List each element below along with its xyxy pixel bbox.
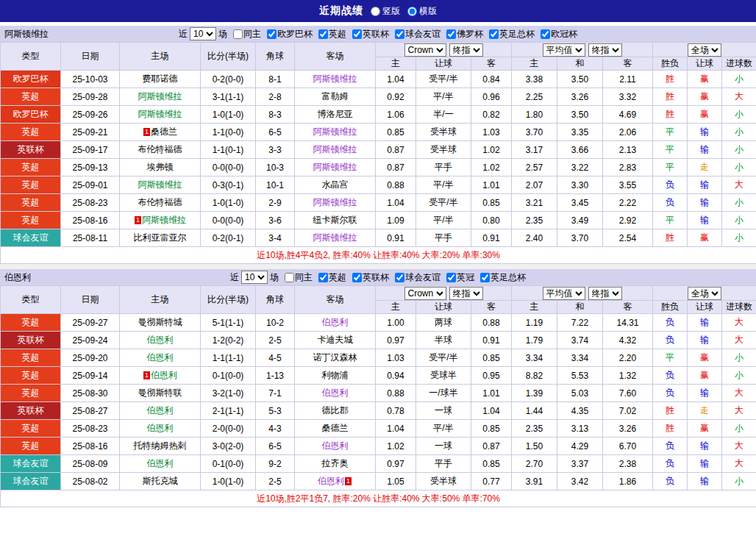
scope-select[interactable]: 全场 (688, 287, 721, 300)
away-team[interactable]: 富勒姆 (322, 91, 349, 101)
league-filter[interactable]: 英联杯 (352, 271, 389, 284)
score-cell[interactable]: 2-0(0-0) (201, 420, 256, 438)
score-cell[interactable]: 1-0(1-0) (201, 106, 256, 124)
away-team[interactable]: 阿斯顿维拉 (313, 197, 357, 207)
score-cell[interactable]: 0-3(0-1) (201, 176, 256, 194)
away-team[interactable]: 阿斯顿维拉 (313, 232, 357, 243)
same-home-checkbox[interactable] (285, 273, 294, 282)
league-checkbox[interactable] (352, 273, 362, 282)
horizontal-layout-radio[interactable] (407, 7, 417, 16)
league-filter[interactable]: 英足总杯 (489, 28, 535, 40)
league-checkbox[interactable] (352, 29, 362, 39)
away-team[interactable]: 阿斯顿维拉 (313, 162, 357, 172)
asia-company-select[interactable]: Crown (404, 287, 446, 300)
away-team[interactable]: 阿斯顿维拉 (313, 126, 357, 137)
league-filter[interactable]: 英超 (318, 271, 346, 284)
score-cell[interactable]: 2-1(1-1) (201, 402, 256, 420)
home-team[interactable]: 埃弗顿 (147, 162, 174, 172)
score-cell[interactable]: 0-2(0-0) (201, 71, 256, 88)
league-checkbox[interactable] (446, 273, 456, 282)
league-checkbox[interactable] (395, 29, 404, 39)
view-option-vertical[interactable]: 竖版 (371, 5, 400, 18)
league-filter[interactable]: 英超 (318, 28, 346, 40)
recent-count-select[interactable]: 10 (190, 27, 216, 40)
score-cell[interactable]: 0-0(0-0) (201, 212, 256, 229)
away-team[interactable]: 水晶宫 (322, 179, 349, 190)
league-filter[interactable]: 佛罗杯 (446, 28, 483, 40)
score-cell[interactable]: 0-2(0-1) (201, 229, 256, 247)
home-team[interactable]: 斯托克城 (143, 476, 178, 486)
home-team[interactable]: 布伦特福德 (138, 197, 182, 207)
home-team[interactable]: 桑德兰 (151, 126, 177, 137)
league-filter[interactable]: 英足总杯 (480, 271, 526, 284)
home-team[interactable]: 伯恩利 (151, 370, 177, 380)
away-team[interactable]: 诺丁汉森林 (313, 352, 357, 363)
league-filter[interactable]: 英冠 (446, 271, 474, 284)
home-team[interactable]: 阿斯顿维拉 (138, 91, 182, 101)
league-checkbox[interactable] (489, 29, 499, 39)
score-cell[interactable]: 1-1(0-1) (201, 141, 256, 159)
league-checkbox[interactable] (395, 273, 404, 282)
league-checkbox[interactable] (267, 29, 277, 39)
league-filter[interactable]: 欧冠杯 (541, 28, 577, 40)
home-team[interactable]: 伯恩利 (147, 405, 174, 415)
league-filter[interactable]: 球会友谊 (395, 28, 441, 40)
score-cell[interactable]: 3-2(1-0) (201, 385, 256, 402)
league-checkbox[interactable] (446, 29, 456, 39)
same-home-checkbox[interactable] (233, 29, 243, 39)
away-team[interactable]: 桑德兰 (322, 423, 349, 433)
away-team[interactable]: 利物浦 (322, 370, 349, 380)
euro-company-select[interactable]: 平均值 (543, 43, 585, 57)
asia-index-select[interactable]: 终指 (449, 43, 483, 57)
away-team[interactable]: 纽卡斯尔联 (313, 215, 357, 225)
same-home-filter[interactable]: 同主 (233, 28, 261, 40)
score-cell[interactable]: 1-0(1-0) (201, 473, 256, 490)
asia-company-select[interactable]: Crown (404, 43, 446, 57)
score-cell[interactable]: 1-1(1-1) (201, 349, 256, 367)
league-checkbox[interactable] (541, 29, 550, 39)
home-team[interactable]: 曼彻斯特城 (138, 317, 182, 327)
score-cell[interactable]: 0-1(0-0) (201, 367, 256, 385)
league-filter[interactable]: 欧罗巴杯 (267, 28, 313, 40)
euro-index-select[interactable]: 终指 (588, 43, 622, 57)
score-cell[interactable]: 1-1(0-0) (201, 124, 256, 141)
league-checkbox[interactable] (480, 273, 490, 282)
away-team[interactable]: 拉齐奥 (322, 458, 349, 468)
away-team[interactable]: 伯恩利 (322, 388, 349, 398)
home-team[interactable]: 阿斯顿维拉 (138, 179, 182, 190)
euro-index-select[interactable]: 终指 (588, 287, 622, 300)
asia-index-select[interactable]: 终指 (449, 287, 483, 300)
score-cell[interactable]: 0-1(0-0) (201, 455, 256, 473)
home-team[interactable]: 伯恩利 (147, 423, 174, 433)
home-team[interactable]: 比利亚雷亚尔 (134, 232, 187, 243)
score-cell[interactable]: 3-1(1-1) (201, 88, 256, 106)
score-cell[interactable]: 0-0(0-0) (201, 159, 256, 176)
score-cell[interactable]: 5-1(1-1) (201, 314, 256, 332)
away-team[interactable]: 博洛尼亚 (318, 109, 353, 119)
home-team[interactable]: 阿斯顿维拉 (142, 215, 186, 225)
away-team[interactable]: 卡迪夫城 (318, 335, 353, 345)
league-filter[interactable]: 球会友谊 (395, 271, 441, 284)
same-home-filter[interactable]: 同主 (285, 271, 313, 284)
scope-select[interactable]: 全场 (688, 43, 721, 57)
away-team[interactable]: 伯恩利 (318, 476, 344, 486)
league-checkbox[interactable] (318, 29, 328, 39)
vertical-layout-radio[interactable] (371, 7, 380, 16)
team-name[interactable]: 伯恩利 (4, 271, 31, 284)
home-team[interactable]: 伯恩利 (147, 335, 174, 345)
view-option-horizontal[interactable]: 横版 (407, 5, 437, 18)
away-team[interactable]: 阿斯顿维拉 (313, 144, 357, 154)
recent-count-select[interactable]: 10 (241, 271, 268, 284)
away-team[interactable]: 伯恩利 (322, 440, 349, 451)
home-team[interactable]: 阿斯顿维拉 (138, 109, 182, 119)
away-team[interactable]: 伯恩利 (322, 317, 349, 327)
home-team[interactable]: 伯恩利 (147, 458, 174, 468)
team-name[interactable]: 阿斯顿维拉 (4, 28, 49, 40)
home-team[interactable]: 曼彻斯特联 (138, 388, 182, 398)
home-team[interactable]: 伯恩利 (147, 352, 174, 363)
league-filter[interactable]: 英联杯 (352, 28, 389, 40)
home-team[interactable]: 布伦特福德 (138, 144, 182, 154)
score-cell[interactable]: 3-0(2-0) (201, 438, 256, 455)
away-team[interactable]: 德比郡 (322, 405, 349, 415)
away-team[interactable]: 阿斯顿维拉 (313, 74, 357, 84)
